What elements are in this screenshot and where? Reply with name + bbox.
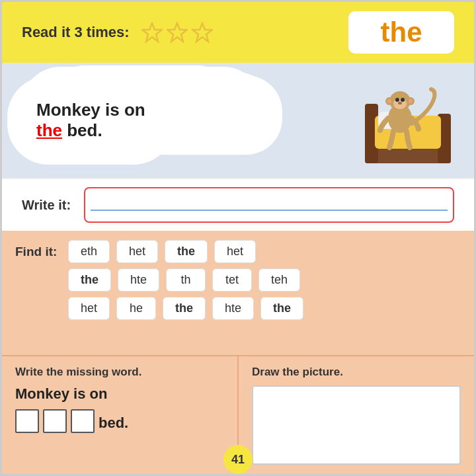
blank-box-2[interactable] xyxy=(43,409,67,433)
word-chip-het-2[interactable]: het xyxy=(214,240,256,263)
page: Read it 3 times: the Monkey is on the be… xyxy=(0,0,476,476)
svg-point-13 xyxy=(398,102,402,104)
bed-text: bed. xyxy=(99,415,128,432)
word-chip-het-3[interactable]: het xyxy=(68,297,110,320)
blank-box-1[interactable] xyxy=(15,409,39,433)
word-chip-hte-2[interactable]: hte xyxy=(212,297,254,320)
word-chip-hte-1[interactable]: hte xyxy=(118,268,159,292)
header: Read it 3 times: the xyxy=(2,2,474,63)
monkey-illustration xyxy=(329,71,461,170)
word-chip-the-1[interactable]: the xyxy=(165,240,208,263)
monkey-sentence-part1: Monkey is on xyxy=(15,385,224,403)
svg-point-17 xyxy=(409,99,413,103)
blank-box-3[interactable] xyxy=(71,409,95,433)
draw-picture-title: Draw the picture. xyxy=(252,366,461,379)
write-input-box[interactable] xyxy=(84,187,454,223)
stars-container xyxy=(141,22,213,43)
svg-point-11 xyxy=(395,98,399,102)
word-chip-tet[interactable]: tet xyxy=(212,268,252,292)
blank-boxes xyxy=(15,409,95,433)
page-number-container: 41 xyxy=(223,445,253,474)
sentence-highlight: the xyxy=(36,120,62,140)
find-row-3: het he the hte the xyxy=(15,297,461,320)
sentence-part2: bed. xyxy=(67,120,102,140)
word-chip-th[interactable]: th xyxy=(166,268,206,292)
find-row-1: Find it: eth het the het xyxy=(15,240,461,263)
story-cloud: Monkey is on the bed. xyxy=(15,84,167,157)
word-chip-the-3[interactable]: the xyxy=(163,297,206,320)
page-number: 41 xyxy=(223,445,253,474)
write-missing-title: Write the missing word. xyxy=(15,366,224,379)
word-chip-he[interactable]: he xyxy=(116,297,156,320)
sentence-part1: Monkey is on xyxy=(36,100,145,120)
read-label: Read it 3 times: xyxy=(22,24,130,41)
story-section: Monkey is on the bed. xyxy=(2,63,474,178)
svg-marker-2 xyxy=(192,23,212,42)
sentence: Monkey is on the bed. xyxy=(36,100,145,141)
star-1 xyxy=(141,22,163,43)
word-chip-het-1[interactable]: het xyxy=(116,240,158,263)
sight-word-box: the xyxy=(348,11,454,54)
draw-picture-section: Draw the picture. xyxy=(239,356,474,474)
word-chip-the-2[interactable]: the xyxy=(68,268,111,292)
svg-point-15 xyxy=(387,99,391,103)
star-3 xyxy=(192,22,213,43)
star-2 xyxy=(167,22,188,43)
word-chip-teh[interactable]: teh xyxy=(258,268,300,292)
find-label: Find it: xyxy=(15,245,61,259)
word-chip-the-4[interactable]: the xyxy=(260,297,303,320)
find-row-2: the hte th tet teh xyxy=(15,268,461,292)
write-line xyxy=(91,210,448,211)
draw-area[interactable] xyxy=(252,385,461,465)
write-label: Write it: xyxy=(22,198,71,213)
write-section: Write it: xyxy=(2,178,474,231)
word-chip-eth[interactable]: eth xyxy=(68,240,110,263)
find-section: Find it: eth het the het the hte th tet … xyxy=(2,231,474,355)
svg-marker-1 xyxy=(167,23,187,42)
monkey-bed-svg xyxy=(329,71,461,170)
write-missing-section: Write the missing word. Monkey is on bed… xyxy=(2,356,239,474)
svg-point-12 xyxy=(401,98,405,102)
sight-word: the xyxy=(381,17,422,48)
svg-marker-0 xyxy=(142,23,162,42)
